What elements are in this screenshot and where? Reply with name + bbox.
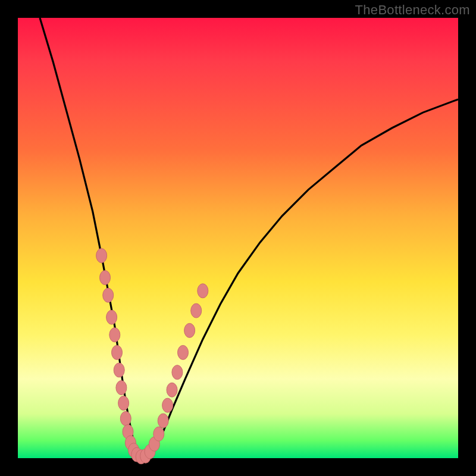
curve-marker — [103, 288, 114, 302]
watermark-text: TheBottleneck.com — [355, 2, 470, 18]
bottleneck-curve-path — [40, 18, 458, 458]
curve-marker — [162, 398, 173, 412]
curve-marker — [120, 411, 131, 425]
curve-marker — [172, 365, 183, 380]
curve-marker — [198, 284, 208, 298]
chart-svg — [18, 18, 458, 458]
plot-area — [18, 18, 458, 458]
curve-marker — [114, 363, 124, 377]
curve-marker — [96, 249, 107, 263]
curve-marker — [167, 383, 177, 397]
curve-marker — [116, 381, 127, 395]
curve-marker — [107, 310, 117, 324]
outer-frame: TheBottleneck.com — [0, 0, 476, 476]
curve-marker — [112, 345, 123, 359]
curve-marker — [178, 345, 189, 359]
curve-marker — [191, 303, 202, 318]
curve-marker — [100, 271, 111, 285]
marker-group — [96, 249, 208, 464]
curve-marker — [154, 427, 164, 441]
curve-marker — [109, 328, 120, 342]
curve-marker — [184, 323, 195, 337]
curve-marker — [118, 396, 129, 411]
curve-marker — [158, 414, 168, 428]
